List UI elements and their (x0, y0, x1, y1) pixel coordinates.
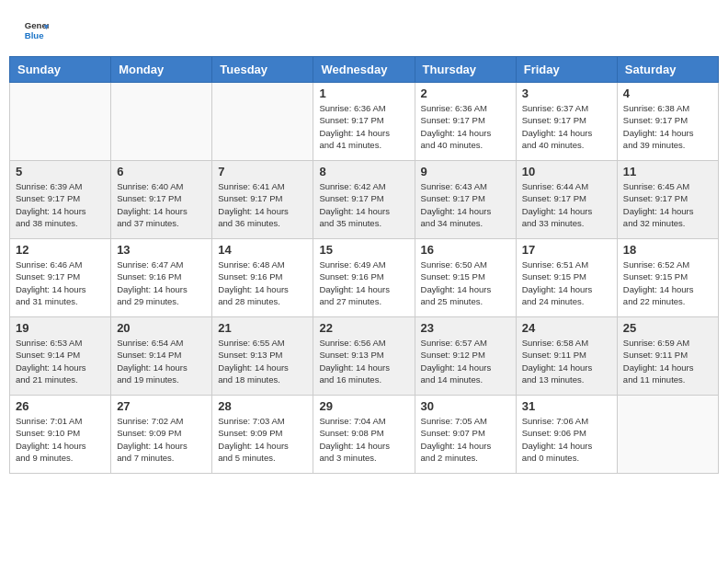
day-info: Sunrise: 6:45 AM Sunset: 9:17 PM Dayligh… (623, 180, 712, 229)
day-number: 21 (218, 321, 307, 335)
calendar-cell: 20Sunrise: 6:54 AM Sunset: 9:14 PM Dayli… (111, 317, 212, 396)
day-info: Sunrise: 6:59 AM Sunset: 9:11 PM Dayligh… (623, 337, 712, 385)
calendar-cell: 8Sunrise: 6:42 AM Sunset: 9:17 PM Daylig… (313, 161, 415, 239)
day-number: 7 (218, 165, 307, 178)
day-info: Sunrise: 7:02 AM Sunset: 9:09 PM Dayligh… (117, 415, 206, 464)
day-number: 18 (623, 243, 712, 257)
day-info: Sunrise: 6:48 AM Sunset: 9:16 PM Dayligh… (218, 259, 307, 307)
calendar-cell: 16Sunrise: 6:50 AM Sunset: 9:15 PM Dayli… (415, 239, 516, 317)
day-info: Sunrise: 6:58 AM Sunset: 9:11 PM Dayligh… (522, 337, 611, 385)
calendar-cell: 21Sunrise: 6:55 AM Sunset: 9:13 PM Dayli… (212, 317, 313, 396)
day-info: Sunrise: 7:05 AM Sunset: 9:07 PM Dayligh… (421, 415, 510, 464)
weekday-header-sunday: Sunday (10, 57, 111, 83)
day-number: 10 (522, 165, 611, 178)
calendar-cell: 9Sunrise: 6:43 AM Sunset: 9:17 PM Daylig… (415, 161, 516, 239)
week-row-4: 19Sunrise: 6:53 AM Sunset: 9:14 PM Dayli… (10, 317, 719, 396)
weekday-header-row: SundayMondayTuesdayWednesdayThursdayFrid… (10, 57, 719, 83)
day-number: 15 (319, 243, 408, 257)
day-number: 31 (522, 399, 611, 413)
day-number: 5 (16, 165, 105, 178)
day-info: Sunrise: 6:53 AM Sunset: 9:14 PM Dayligh… (16, 337, 105, 385)
calendar-cell: 5Sunrise: 6:39 AM Sunset: 9:17 PM Daylig… (10, 161, 111, 239)
day-number: 13 (117, 243, 206, 257)
day-number: 29 (319, 399, 408, 413)
day-info: Sunrise: 6:38 AM Sunset: 9:17 PM Dayligh… (623, 102, 712, 151)
weekday-header-saturday: Saturday (617, 57, 718, 83)
day-info: Sunrise: 6:51 AM Sunset: 9:15 PM Dayligh… (522, 259, 611, 307)
day-info: Sunrise: 6:52 AM Sunset: 9:15 PM Dayligh… (623, 259, 712, 307)
day-info: Sunrise: 7:04 AM Sunset: 9:08 PM Dayligh… (319, 415, 408, 464)
day-number: 17 (522, 243, 611, 257)
calendar-cell: 22Sunrise: 6:56 AM Sunset: 9:13 PM Dayli… (313, 317, 415, 396)
day-number: 20 (117, 321, 206, 335)
calendar-cell: 27Sunrise: 7:02 AM Sunset: 9:09 PM Dayli… (111, 396, 212, 474)
day-info: Sunrise: 6:55 AM Sunset: 9:13 PM Dayligh… (218, 337, 307, 385)
day-number: 28 (218, 399, 307, 413)
calendar-cell: 11Sunrise: 6:45 AM Sunset: 9:17 PM Dayli… (617, 161, 718, 239)
calendar-cell: 1Sunrise: 6:36 AM Sunset: 9:17 PM Daylig… (313, 83, 415, 161)
day-number: 22 (319, 321, 408, 335)
week-row-5: 26Sunrise: 7:01 AM Sunset: 9:10 PM Dayli… (10, 396, 719, 474)
calendar-cell: 24Sunrise: 6:58 AM Sunset: 9:11 PM Dayli… (516, 317, 617, 396)
day-number: 3 (522, 86, 611, 100)
logo-icon: General Blue (23, 18, 49, 44)
calendar-cell (212, 83, 313, 161)
day-number: 11 (623, 165, 712, 178)
calendar-cell: 4Sunrise: 6:38 AM Sunset: 9:17 PM Daylig… (617, 83, 718, 161)
calendar-cell (111, 83, 212, 161)
day-info: Sunrise: 6:36 AM Sunset: 9:17 PM Dayligh… (319, 102, 408, 151)
calendar-cell: 6Sunrise: 6:40 AM Sunset: 9:17 PM Daylig… (111, 161, 212, 239)
calendar-cell (617, 396, 718, 474)
day-info: Sunrise: 6:49 AM Sunset: 9:16 PM Dayligh… (319, 259, 408, 307)
day-info: Sunrise: 6:42 AM Sunset: 9:17 PM Dayligh… (319, 180, 408, 229)
calendar-cell: 31Sunrise: 7:06 AM Sunset: 9:06 PM Dayli… (516, 396, 617, 474)
day-number: 24 (522, 321, 611, 335)
day-number: 26 (16, 399, 105, 413)
calendar-cell: 3Sunrise: 6:37 AM Sunset: 9:17 PM Daylig… (516, 83, 617, 161)
day-number: 25 (623, 321, 712, 335)
header: General Blue (9, 9, 719, 49)
calendar-cell: 17Sunrise: 6:51 AM Sunset: 9:15 PM Dayli… (516, 239, 617, 317)
calendar-cell: 12Sunrise: 6:46 AM Sunset: 9:17 PM Dayli… (10, 239, 111, 317)
day-info: Sunrise: 6:39 AM Sunset: 9:17 PM Dayligh… (16, 180, 105, 229)
day-number: 30 (421, 399, 510, 413)
day-number: 2 (421, 86, 510, 100)
day-number: 9 (421, 165, 510, 178)
day-info: Sunrise: 6:56 AM Sunset: 9:13 PM Dayligh… (319, 337, 408, 385)
calendar-cell: 25Sunrise: 6:59 AM Sunset: 9:11 PM Dayli… (617, 317, 718, 396)
day-info: Sunrise: 6:36 AM Sunset: 9:17 PM Dayligh… (421, 102, 510, 151)
calendar-cell: 2Sunrise: 6:36 AM Sunset: 9:17 PM Daylig… (415, 83, 516, 161)
calendar-cell: 7Sunrise: 6:41 AM Sunset: 9:17 PM Daylig… (212, 161, 313, 239)
calendar-cell: 23Sunrise: 6:57 AM Sunset: 9:12 PM Dayli… (415, 317, 516, 396)
svg-text:Blue: Blue (25, 30, 44, 40)
calendar-cell: 19Sunrise: 6:53 AM Sunset: 9:14 PM Dayli… (10, 317, 111, 396)
calendar-cell: 30Sunrise: 7:05 AM Sunset: 9:07 PM Dayli… (415, 396, 516, 474)
day-info: Sunrise: 7:01 AM Sunset: 9:10 PM Dayligh… (16, 415, 105, 464)
day-info: Sunrise: 6:37 AM Sunset: 9:17 PM Dayligh… (522, 102, 611, 151)
day-number: 19 (16, 321, 105, 335)
week-row-2: 5Sunrise: 6:39 AM Sunset: 9:17 PM Daylig… (10, 161, 719, 239)
day-info: Sunrise: 6:47 AM Sunset: 9:16 PM Dayligh… (117, 259, 206, 307)
day-number: 12 (16, 243, 105, 257)
week-row-1: 1Sunrise: 6:36 AM Sunset: 9:17 PM Daylig… (10, 83, 719, 161)
day-info: Sunrise: 6:43 AM Sunset: 9:17 PM Dayligh… (421, 180, 510, 229)
calendar-cell: 26Sunrise: 7:01 AM Sunset: 9:10 PM Dayli… (10, 396, 111, 474)
week-row-3: 12Sunrise: 6:46 AM Sunset: 9:17 PM Dayli… (10, 239, 719, 317)
day-info: Sunrise: 6:40 AM Sunset: 9:17 PM Dayligh… (117, 180, 206, 229)
day-number: 6 (117, 165, 206, 178)
calendar-cell: 29Sunrise: 7:04 AM Sunset: 9:08 PM Dayli… (313, 396, 415, 474)
calendar-cell: 18Sunrise: 6:52 AM Sunset: 9:15 PM Dayli… (617, 239, 718, 317)
day-number: 27 (117, 399, 206, 413)
calendar-cell: 14Sunrise: 6:48 AM Sunset: 9:16 PM Dayli… (212, 239, 313, 317)
calendar-cell (10, 83, 111, 161)
day-number: 16 (421, 243, 510, 257)
weekday-header-friday: Friday (516, 57, 617, 83)
day-number: 23 (421, 321, 510, 335)
day-info: Sunrise: 6:46 AM Sunset: 9:17 PM Dayligh… (16, 259, 105, 307)
day-number: 8 (319, 165, 408, 178)
calendar-cell: 13Sunrise: 6:47 AM Sunset: 9:16 PM Dayli… (111, 239, 212, 317)
day-info: Sunrise: 6:54 AM Sunset: 9:14 PM Dayligh… (117, 337, 206, 385)
day-info: Sunrise: 7:06 AM Sunset: 9:06 PM Dayligh… (522, 415, 611, 464)
day-info: Sunrise: 7:03 AM Sunset: 9:09 PM Dayligh… (218, 415, 307, 464)
day-number: 4 (623, 86, 712, 100)
